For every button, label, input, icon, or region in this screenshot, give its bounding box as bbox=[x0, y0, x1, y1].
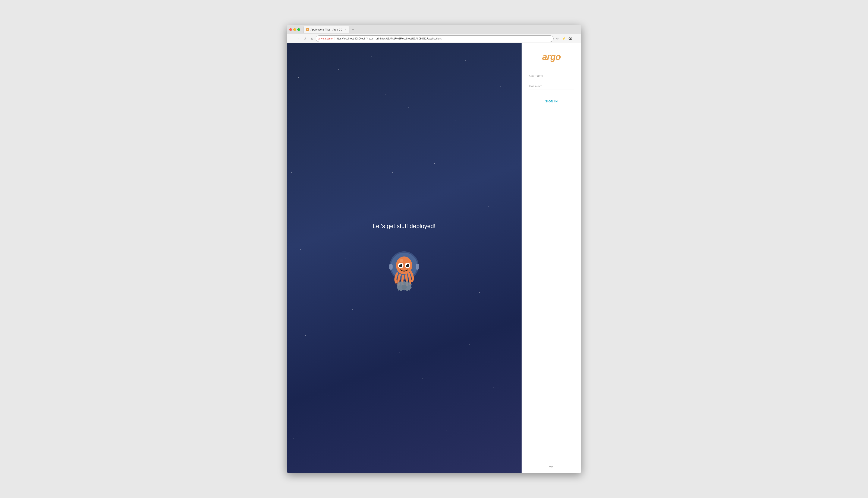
svg-point-24 bbox=[418, 241, 418, 241]
password-field bbox=[529, 83, 574, 89]
svg-point-26 bbox=[488, 206, 489, 207]
svg-point-18 bbox=[446, 430, 447, 430]
address-separator: | bbox=[334, 37, 335, 40]
active-tab[interactable]: A Applications Tiles - Argo CD ✕ bbox=[304, 26, 349, 33]
not-secure-indicator: ⚠ Not Secure bbox=[318, 37, 333, 40]
tab-title: Applications Tiles - Argo CD bbox=[310, 28, 342, 31]
home-button[interactable]: ⌂ bbox=[309, 36, 315, 42]
maximize-button[interactable] bbox=[297, 28, 300, 31]
login-panel: argo SIGN IN argo bbox=[522, 43, 582, 473]
svg-point-45 bbox=[399, 264, 400, 265]
svg-point-30 bbox=[392, 172, 393, 173]
argo-logo: argo bbox=[542, 52, 561, 62]
svg-point-21 bbox=[301, 249, 301, 250]
svg-point-16 bbox=[399, 353, 400, 353]
svg-point-31 bbox=[451, 236, 451, 237]
tab-close-button[interactable]: ✕ bbox=[344, 28, 347, 31]
refresh-button[interactable]: ↺ bbox=[302, 36, 308, 42]
hero-panel: Let's get stuff deployed! bbox=[286, 43, 522, 473]
traffic-lights bbox=[289, 28, 300, 31]
browser-window: A Applications Tiles - Argo CD ✕ + ⌄ ← →… bbox=[286, 25, 582, 473]
new-tab-button[interactable]: + bbox=[350, 27, 356, 32]
svg-point-15 bbox=[376, 421, 376, 422]
title-bar: A Applications Tiles - Argo CD ✕ + ⌄ bbox=[286, 25, 582, 34]
svg-point-2 bbox=[298, 77, 299, 78]
tab-bar: A Applications Tiles - Argo CD ✕ + bbox=[304, 26, 575, 33]
address-bar[interactable]: ⚠ Not Secure | https://localhost:8080/lo… bbox=[316, 36, 553, 42]
warning-icon: ⚠ bbox=[318, 37, 320, 40]
svg-point-25 bbox=[465, 60, 465, 61]
svg-point-33 bbox=[293, 438, 294, 439]
svg-point-5 bbox=[369, 206, 369, 207]
mascot-container bbox=[383, 243, 425, 293]
forward-button[interactable]: → bbox=[295, 36, 301, 42]
svg-point-19 bbox=[470, 344, 470, 344]
hero-tagline: Let's get stuff deployed! bbox=[373, 223, 435, 230]
login-footer: argo bbox=[549, 465, 554, 468]
svg-point-6 bbox=[385, 94, 386, 95]
tab-favicon: A bbox=[306, 28, 309, 31]
svg-point-40 bbox=[400, 259, 403, 262]
svg-point-17 bbox=[423, 378, 423, 379]
extension-button[interactable]: ⚡ bbox=[561, 36, 567, 42]
svg-rect-38 bbox=[416, 264, 419, 270]
browser-content: Let's get stuff deployed! bbox=[286, 43, 582, 473]
menu-button[interactable]: ⋮ bbox=[574, 36, 580, 42]
svg-point-28 bbox=[505, 271, 505, 271]
svg-point-10 bbox=[479, 292, 480, 293]
svg-point-27 bbox=[291, 172, 292, 173]
password-input[interactable] bbox=[529, 83, 574, 89]
svg-point-29 bbox=[345, 258, 346, 258]
tab-more-button[interactable]: ⌄ bbox=[577, 28, 579, 31]
login-form: SIGN IN bbox=[529, 73, 574, 105]
svg-point-13 bbox=[329, 395, 329, 396]
svg-point-32 bbox=[408, 107, 409, 108]
svg-point-14 bbox=[352, 310, 353, 310]
svg-point-46 bbox=[406, 264, 407, 265]
svg-point-9 bbox=[456, 120, 456, 121]
nav-icons: ☆ ⚡ ⋮ bbox=[554, 36, 580, 42]
svg-point-34 bbox=[510, 150, 510, 151]
svg-point-12 bbox=[305, 336, 306, 336]
address-url: https://localhost:8080/login?return_url=… bbox=[336, 37, 551, 40]
svg-point-20 bbox=[493, 387, 494, 387]
svg-point-48 bbox=[401, 285, 407, 290]
sign-in-button[interactable]: SIGN IN bbox=[529, 98, 574, 105]
close-button[interactable] bbox=[289, 28, 292, 31]
bookmark-button[interactable]: ☆ bbox=[554, 36, 560, 42]
svg-point-23 bbox=[371, 56, 372, 56]
nav-bar: ← → ↺ ⌂ ⚠ Not Secure | https://localhost… bbox=[286, 34, 582, 43]
username-field bbox=[529, 73, 574, 79]
minimize-button[interactable] bbox=[293, 28, 296, 31]
argo-mascot bbox=[383, 243, 425, 293]
svg-point-11 bbox=[500, 86, 501, 87]
username-input[interactable] bbox=[529, 73, 574, 79]
back-button[interactable]: ← bbox=[288, 36, 294, 42]
profile-button[interactable] bbox=[567, 36, 573, 42]
not-secure-label: Not Secure bbox=[321, 37, 333, 40]
svg-point-22 bbox=[324, 228, 324, 228]
svg-point-1 bbox=[570, 38, 571, 39]
svg-rect-37 bbox=[389, 264, 393, 270]
svg-point-4 bbox=[338, 69, 339, 69]
svg-point-3 bbox=[315, 137, 315, 138]
svg-point-8 bbox=[434, 163, 435, 164]
